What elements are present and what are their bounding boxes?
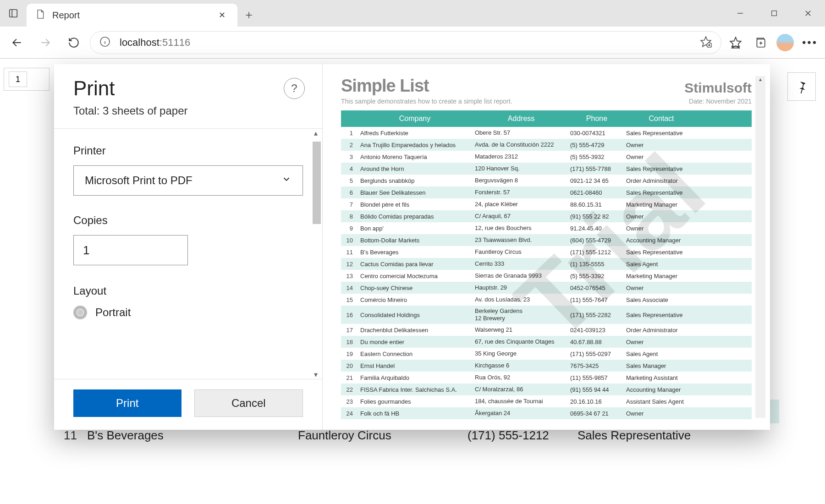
tab-actions-icon[interactable] [0,0,27,27]
preview-row: 16Consolidated HoldingsBerkeley Gardens … [341,306,752,324]
printer-label: Printer [73,144,303,157]
refresh-button[interactable] [61,30,86,55]
col-phone: Phone [567,115,623,123]
preview-row: 1Alfreds FutterkisteObere Str. 57030-007… [341,127,752,139]
layout-portrait-radio[interactable]: Portrait [73,306,303,319]
preview-date: Date: November 2021 [689,98,752,105]
url-text: localhost:51116 [120,37,190,49]
window-close-icon[interactable] [791,0,825,27]
preview-title: Simple List [341,76,429,96]
address-bar: localhost:51116 ••• [0,27,825,59]
chevron-down-icon [281,174,292,187]
preview-row: 15Comércio MineiroAv. dos Lusíadas, 23(1… [341,294,752,306]
scroll-up-icon[interactable]: ▴ [314,129,318,137]
favorites-icon[interactable] [725,32,746,53]
tab-close-icon[interactable]: ✕ [216,7,228,23]
window-minimize-icon[interactable] [723,0,757,27]
pin-button[interactable] [787,72,816,101]
preview-scrollbar[interactable]: ▴ [755,76,765,418]
preview-row: 18Du monde entier67, rue des Cinquante O… [341,336,752,348]
tab-title: Report [52,10,209,21]
preview-row: 17Drachenblut DelikatessenWalserweg 2102… [341,324,752,336]
svg-rect-5 [772,11,777,16]
add-favorite-icon[interactable] [700,36,712,49]
preview-row: 20Ernst HandelKirchgasse 67675-3425Sales… [341,360,752,372]
preview-row: 2Ana Trujillo Emparedados y heladosAvda.… [341,139,752,151]
print-preview-panel: Trial Simple List Stimulsoft This sample… [323,64,770,430]
cancel-button[interactable]: Cancel [194,389,303,417]
layout-label: Layout [73,285,303,297]
preview-row: 14Chop-suey ChineseHauptstr. 290452-0765… [341,282,752,294]
help-icon[interactable]: ? [284,78,305,99]
print-dialog: Print Total: 3 sheets of paper ? Printer… [54,64,770,430]
preview-row: 9Bon app'12, rue des Bouchers91.24.45.40… [341,222,752,234]
copies-label: Copies [73,214,303,227]
preview-row: 13Centro comercial MoctezumaSierras de G… [341,270,752,282]
window-maximize-icon[interactable] [757,0,791,27]
col-address: Address [472,115,567,123]
file-icon [36,9,45,22]
preview-page: Trial Simple List Stimulsoft This sample… [341,76,752,418]
profile-avatar[interactable] [775,32,796,53]
preview-row: 11B's BeveragesFauntleroy Circus(171) 55… [341,246,752,258]
titlebar: Report ✕ [0,0,825,27]
printer-value: Microsoft Print to PDF [85,174,192,187]
scroll-thumb[interactable] [313,142,321,224]
preview-row: 10Bottom-Dollar Markets23 Tsawwassen Blv… [341,234,752,246]
preview-row: 3Antonio Moreno TaqueríaMataderos 2312(5… [341,151,752,163]
print-total: Total: 3 sheets of paper [73,104,303,117]
preview-row: 7Blondel père et fils24, place Kléber88.… [341,198,752,210]
collections-icon[interactable] [750,32,771,53]
layout-value: Portrait [95,306,131,319]
preview-brand: Stimulsoft [684,80,752,96]
window-controls [723,0,825,27]
preview-row: 19Eastern Connection35 King George(171) … [341,348,752,360]
preview-row: 12Cactus Comidas para llevarCerrito 333(… [341,258,752,270]
page-number-input[interactable] [9,71,27,87]
col-company: Company [358,115,472,123]
print-settings-panel: Print Total: 3 sheets of paper ? Printer… [54,64,323,430]
copies-input[interactable]: 1 [73,235,188,265]
tab-report[interactable]: Report ✕ [27,4,237,27]
preview-row: 22FISSA Fabrica Inter. Salchichas S.A.C/… [341,383,752,395]
svg-rect-0 [10,10,17,17]
preview-row: 6Blauer See DelikatessenForsterstr. 5706… [341,186,752,198]
preview-subtitle: This sample demonstrates how to create a… [341,98,512,105]
preview-table-body: 1Alfreds FutterkisteObere Str. 57030-007… [341,127,752,419]
scroll-down-icon[interactable]: ▾ [314,370,318,379]
preview-table-header: Company Address Phone Contact [341,110,752,127]
new-tab-button[interactable] [237,4,260,27]
site-info-icon[interactable] [99,36,110,49]
viewer-page-field[interactable] [4,68,50,91]
forward-button [33,30,58,55]
scroll-up-icon[interactable]: ▴ [755,76,765,85]
preview-row: 24Folk och fä HBÅkergatan 240695-34 67 2… [341,407,752,419]
preview-row: 23Folies gourmandes184, chaussée de Tour… [341,395,752,407]
preview-row: 8Bólido Comidas preparadasC/ Araquil, 67… [341,210,752,222]
print-header: Print Total: 3 sheets of paper ? [54,64,322,129]
col-contact: Contact [623,115,697,123]
printer-select[interactable]: Microsoft Print to PDF [73,165,303,196]
preview-row: 5Berglunds snabbköpBerguvsvägen 80921-12… [341,175,752,186]
url-field[interactable]: localhost:51116 [90,31,721,54]
more-menu-icon[interactable]: ••• [799,32,820,53]
preview-row: 4Around the Horn120 Hanover Sq.(171) 555… [341,163,752,175]
back-button[interactable] [5,30,29,55]
copies-value: 1 [83,243,89,257]
print-settings-body: Printer Microsoft Print to PDF Copies 1 … [54,129,322,379]
print-footer: Print Cancel [54,379,322,430]
preview-row: 21Familia ArquibaldoRua Orós, 92(11) 555… [341,372,752,383]
radio-dot-icon [73,306,87,319]
print-title: Print [73,77,303,100]
print-button[interactable]: Print [73,389,182,417]
